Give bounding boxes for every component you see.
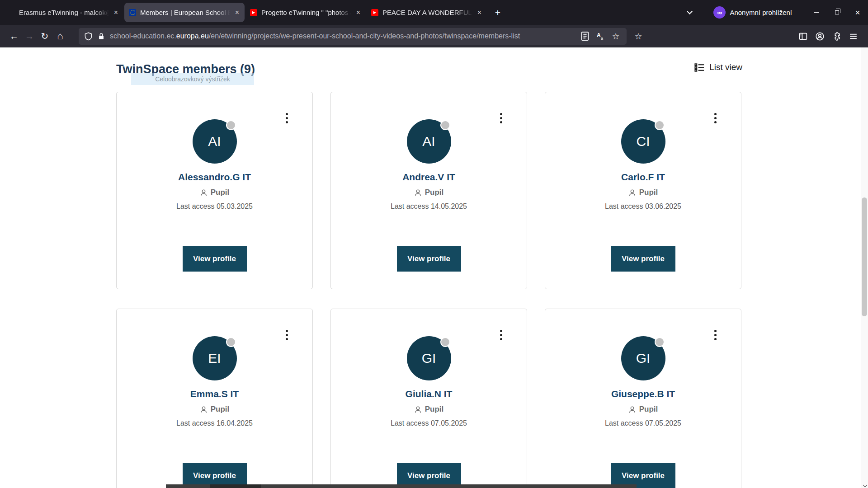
browser-tab[interactable]: PEACE DAY A WONDERFUL WO × (367, 3, 487, 22)
browser-tab[interactable]: Progetto eTwinning " "photos a × (245, 3, 366, 22)
kebab-menu-icon[interactable] (284, 111, 290, 125)
tab-title: Progetto eTwinning " "photos a (261, 9, 351, 16)
member-name[interactable]: Giuseppe.B IT (545, 389, 741, 399)
member-card: EI Emma.S IT Pupil Last access 16.04.202… (116, 309, 313, 488)
status-dot-icon (440, 120, 450, 130)
restore-icon (835, 10, 839, 14)
page-title: TwinSpace members (9) (116, 62, 255, 76)
close-window-button[interactable]: × (847, 0, 868, 25)
kebab-menu-icon[interactable] (498, 328, 504, 342)
person-icon (628, 406, 636, 413)
bookmark-star-icon[interactable]: ☆ (610, 31, 621, 42)
minimize-button[interactable] (806, 0, 826, 25)
youtube-icon (250, 9, 257, 16)
avatar: AI (193, 119, 237, 164)
tab-close-icon[interactable]: × (234, 8, 240, 17)
member-name[interactable]: Carlo.F IT (545, 172, 741, 183)
person-icon (628, 189, 636, 197)
member-last-access: Last access 03.06.2025 (545, 202, 741, 211)
member-name[interactable]: Alessandro.G IT (117, 172, 312, 183)
avatar-initials: AI (208, 134, 221, 149)
member-last-access: Last access 07.05.2025 (331, 419, 527, 427)
horizontal-scrollbar[interactable] (166, 484, 637, 488)
member-card: CI Carlo.F IT Pupil Last access 03.06.20… (545, 92, 741, 289)
kebab-menu-icon[interactable] (498, 111, 504, 125)
youtube-icon (371, 9, 378, 16)
kebab-menu-icon[interactable] (712, 111, 718, 125)
member-last-access: Last access 16.04.2025 (117, 419, 312, 427)
url-text: school-education.ec.europa.eu/en/etwinni… (110, 32, 575, 40)
restore-button[interactable] (826, 0, 847, 25)
extensions-puzzle-icon[interactable] (832, 32, 841, 41)
person-icon (200, 189, 208, 197)
list-view-label: List view (709, 62, 742, 72)
view-profile-button[interactable]: View profile (611, 246, 675, 272)
extension-star-icon[interactable]: ☆ (633, 31, 644, 42)
member-role: Pupil (545, 405, 741, 414)
sidebar-icon[interactable] (798, 32, 808, 41)
avatar: AI (407, 119, 451, 164)
svg-text:a: a (601, 36, 603, 41)
tab-title: Erasmus eTwinning - malcok@z (19, 9, 109, 16)
page-content: TwinSpace members (9) Celoobrazovkový vý… (0, 47, 868, 488)
tab-close-icon[interactable]: × (476, 8, 482, 17)
status-dot-icon (226, 337, 236, 347)
scroll-down-icon[interactable] (863, 483, 868, 488)
account-icon[interactable] (815, 32, 825, 41)
close-icon: × (855, 8, 860, 17)
member-name[interactable]: Emma.S IT (117, 389, 312, 399)
lock-icon[interactable] (97, 32, 105, 40)
member-card: AI Alessandro.G IT Pupil Last access 05.… (116, 92, 313, 289)
back-icon[interactable]: ← (6, 28, 22, 44)
person-icon (414, 406, 422, 413)
tab-close-icon[interactable]: × (355, 8, 361, 17)
gmail-icon (8, 9, 15, 16)
new-tab-button[interactable]: + (490, 5, 505, 20)
tab-overflow-chevron-icon[interactable] (682, 11, 697, 14)
avatar-initials: GI (636, 351, 651, 366)
members-grid: AI Alessandro.G IT Pupil Last access 05.… (116, 92, 741, 488)
member-role: Pupil (545, 188, 741, 197)
tracking-shield-icon[interactable] (84, 32, 93, 41)
url-bar[interactable]: school-education.ec.europa.eu/en/etwinni… (79, 28, 627, 45)
member-role-label: Pupil (211, 405, 230, 414)
vertical-scrollbar[interactable] (861, 47, 868, 488)
view-profile-button[interactable]: View profile (183, 246, 247, 272)
horizontal-scrollbar-thumb[interactable] (210, 484, 261, 488)
private-browsing-badge: ∞ Anonymní prohlížení (713, 6, 792, 19)
tab-strip: Erasmus eTwinning - malcok@z × Members |… (3, 0, 487, 25)
member-last-access: Last access 07.05.2025 (545, 419, 741, 427)
reader-mode-icon[interactable] (580, 31, 590, 42)
person-icon (200, 406, 208, 413)
vertical-scrollbar-thumb[interactable] (862, 197, 867, 316)
avatar: CI (621, 119, 665, 164)
forward-icon[interactable]: → (22, 28, 37, 44)
status-dot-icon (655, 120, 665, 130)
list-view-toggle[interactable]: List view (694, 62, 742, 72)
member-name[interactable]: Andrea.V IT (331, 172, 527, 183)
navigation-toolbar: ← → ↻ ⌂ school-education.ec.europa.eu/en… (0, 25, 868, 47)
home-icon[interactable]: ⌂ (52, 28, 68, 44)
svg-text:A: A (597, 32, 601, 38)
browser-tab[interactable]: Members | European School Edu × (124, 3, 245, 22)
menu-hamburger-icon[interactable] (849, 32, 858, 41)
avatar: EI (193, 336, 237, 380)
list-view-icon (694, 63, 705, 72)
translate-icon[interactable]: Aa (596, 32, 605, 41)
tab-close-icon[interactable]: × (113, 8, 119, 17)
reload-icon[interactable]: ↻ (37, 28, 52, 44)
member-card: GI Giuseppe.B IT Pupil Last access 07.05… (545, 309, 741, 488)
member-last-access: Last access 05.03.2025 (117, 202, 312, 211)
kebab-menu-icon[interactable] (712, 328, 718, 342)
member-role: Pupil (331, 188, 527, 197)
kebab-menu-icon[interactable] (284, 328, 290, 342)
member-name[interactable]: Giulia.N IT (331, 389, 527, 399)
private-browsing-label: Anonymní prohlížení (730, 9, 792, 16)
view-profile-button[interactable]: View profile (397, 246, 461, 272)
browser-tab[interactable]: Erasmus eTwinning - malcok@z × (3, 3, 123, 22)
tab-bar: Erasmus eTwinning - malcok@z × Members |… (0, 0, 868, 25)
member-card: GI Giulia.N IT Pupil Last access 07.05.2… (330, 309, 527, 488)
member-role: Pupil (117, 188, 312, 197)
avatar: GI (407, 336, 451, 380)
toolbar-right (798, 32, 862, 41)
